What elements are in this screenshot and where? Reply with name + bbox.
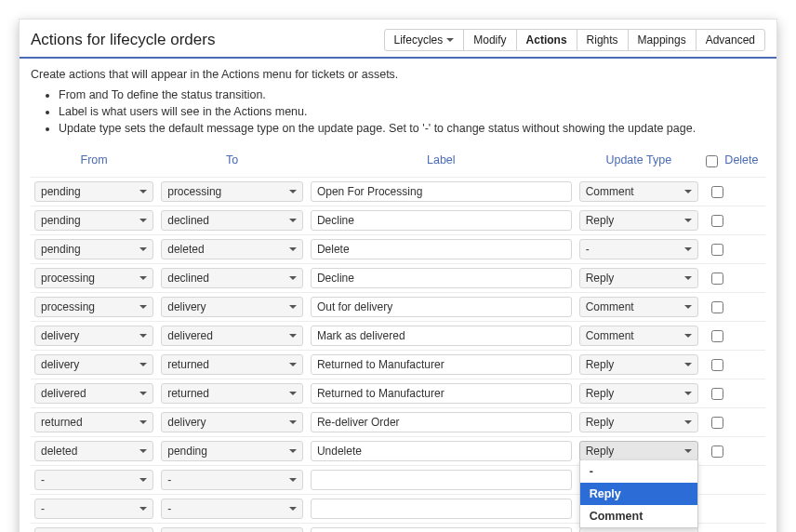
to-select[interactable]: -: [161, 499, 303, 519]
label-input[interactable]: [317, 413, 565, 432]
update-type-select[interactable]: Reply: [579, 412, 698, 432]
update-type-select[interactable]: Comment: [579, 326, 698, 346]
to-select[interactable]: delivered: [161, 326, 303, 346]
from-select[interactable]: processing: [34, 268, 153, 288]
tab-advanced[interactable]: Advanced: [696, 29, 765, 51]
to-select-value: processing: [167, 185, 221, 198]
tab-mappings[interactable]: Mappings: [628, 29, 696, 51]
dropdown-option[interactable]: Reply: [580, 483, 697, 505]
dropdown-option[interactable]: -: [580, 460, 697, 483]
tab-actions[interactable]: Actions: [516, 29, 577, 51]
label-input[interactable]: [317, 471, 565, 489]
chevron-down-icon: [684, 247, 692, 251]
from-select[interactable]: pending: [34, 181, 153, 202]
to-select[interactable]: pending: [161, 441, 303, 461]
label-input-wrap: [311, 326, 572, 346]
to-select[interactable]: returned: [161, 383, 303, 404]
delete-checkbox[interactable]: [711, 301, 723, 313]
update-type-select[interactable]: Reply-ReplyComment: [579, 441, 698, 461]
label-input-wrap: [311, 181, 572, 202]
label-input[interactable]: [317, 211, 565, 230]
from-select[interactable]: -: [34, 499, 153, 519]
to-select-value: declined: [167, 272, 209, 285]
chevron-down-icon: [684, 334, 692, 338]
delete-all-checkbox[interactable]: [706, 155, 718, 167]
label-input-wrap: [311, 383, 572, 404]
from-select[interactable]: delivered: [34, 383, 153, 404]
from-select[interactable]: -: [34, 470, 153, 490]
chevron-down-icon: [289, 363, 297, 366]
from-select[interactable]: processing: [34, 297, 153, 317]
update-type-select[interactable]: -: [579, 239, 698, 259]
to-select[interactable]: processing: [161, 181, 303, 202]
label-input[interactable]: [317, 298, 565, 316]
from-select-value: delivery: [41, 358, 79, 371]
update-type-select-value: Comment: [586, 329, 634, 342]
from-select[interactable]: pending: [34, 210, 153, 231]
from-select-value: processing: [41, 272, 95, 285]
chevron-down-icon: [289, 305, 297, 309]
from-select-value: returned: [41, 416, 83, 429]
from-select[interactable]: returned: [34, 412, 153, 432]
to-select-value: declined: [167, 214, 209, 227]
update-type-select[interactable]: Reply: [579, 268, 698, 288]
tab-label: Actions: [526, 33, 567, 47]
to-select[interactable]: delivery: [161, 412, 303, 432]
tab-lifecycles[interactable]: Lifecycles: [384, 29, 465, 51]
tab-label: Advanced: [706, 33, 755, 47]
to-select-value: returned: [167, 387, 209, 400]
from-select[interactable]: delivery: [34, 326, 153, 346]
col-label: Label: [307, 148, 576, 177]
tab-rights[interactable]: Rights: [577, 29, 629, 51]
update-type-select-value: Comment: [586, 185, 634, 198]
tab-label: Modify: [473, 33, 506, 47]
label-input[interactable]: [317, 240, 565, 259]
update-type-select[interactable]: Reply: [579, 354, 698, 375]
label-input[interactable]: [317, 499, 565, 518]
table-row: pendingdeclinedReply: [31, 206, 765, 234]
update-type-select[interactable]: Reply: [579, 383, 698, 404]
to-select[interactable]: declined: [161, 210, 303, 231]
update-type-select[interactable]: Reply: [579, 210, 698, 231]
update-type-select[interactable]: Comment: [579, 297, 698, 317]
label-input[interactable]: [317, 269, 565, 287]
chevron-down-icon: [289, 219, 297, 222]
panel: Actions for lifecycle orders LifecyclesM…: [19, 19, 777, 532]
to-select-value: pending: [167, 445, 207, 458]
label-input[interactable]: [317, 182, 565, 201]
to-select[interactable]: deleted: [161, 239, 303, 259]
label-input[interactable]: [317, 326, 565, 345]
delete-checkbox[interactable]: [711, 446, 723, 458]
chevron-down-icon: [289, 392, 297, 395]
chevron-down-icon: [289, 478, 297, 482]
table-row: processingdeclinedReply: [31, 263, 765, 292]
delete-checkbox[interactable]: [711, 186, 723, 198]
chevron-down-icon: [684, 392, 692, 395]
delete-checkbox[interactable]: [711, 388, 723, 400]
to-select[interactable]: declined: [161, 268, 303, 288]
delete-checkbox[interactable]: [711, 417, 723, 429]
update-type-select[interactable]: Comment: [579, 181, 698, 202]
from-select[interactable]: pending: [34, 239, 153, 259]
from-select[interactable]: deleted: [34, 441, 153, 461]
to-select[interactable]: delivery: [161, 297, 303, 317]
delete-checkbox[interactable]: [711, 244, 723, 256]
label-input[interactable]: [317, 528, 565, 532]
to-select[interactable]: returned: [161, 354, 303, 375]
label-input[interactable]: [317, 384, 565, 403]
delete-checkbox[interactable]: [711, 273, 723, 285]
delete-checkbox[interactable]: [711, 215, 723, 227]
from-select-value: delivery: [41, 329, 79, 342]
dropdown-option[interactable]: Comment: [580, 505, 697, 527]
delete-checkbox[interactable]: [711, 359, 723, 371]
to-select[interactable]: -: [161, 527, 303, 532]
label-input[interactable]: [317, 355, 565, 374]
from-select[interactable]: -: [34, 527, 153, 532]
titlebar: Actions for lifecycle orders LifecyclesM…: [20, 20, 776, 59]
delete-checkbox[interactable]: [711, 330, 723, 342]
label-input[interactable]: [317, 442, 565, 460]
chevron-down-icon: [684, 305, 692, 309]
tab-modify[interactable]: Modify: [463, 29, 516, 51]
to-select[interactable]: -: [161, 470, 303, 490]
from-select[interactable]: delivery: [34, 354, 153, 375]
